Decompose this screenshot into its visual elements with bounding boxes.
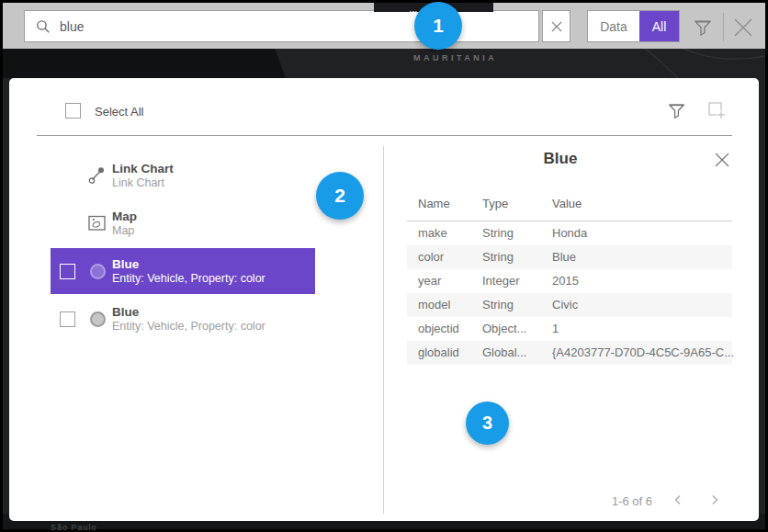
result-item-blue-selected[interactable]: Blue Entity: Vehicle, Property: color [51, 248, 315, 294]
result-subtitle: Link Chart [112, 176, 174, 190]
table-row: make String Honda [407, 221, 732, 245]
table-row: color String Blue [407, 245, 732, 269]
table-row: year Integer 2015 [407, 269, 732, 293]
result-item-link-chart[interactable]: Link Chart Link Chart [51, 154, 315, 197]
result-title: Blue [112, 257, 265, 271]
cell-type: Object... [482, 317, 526, 341]
cell-name: year [418, 269, 441, 293]
clear-x-icon [551, 21, 562, 32]
add-to-selection-button[interactable] [706, 99, 728, 121]
pagination-label: 1-6 of 6 [524, 494, 652, 508]
cell-name: color [418, 245, 444, 269]
cell-name: model [418, 293, 450, 317]
clear-search-button[interactable] [542, 10, 570, 42]
add-selection-icon [706, 99, 728, 121]
cell-value: 2015 [552, 269, 579, 293]
scope-all-button[interactable]: All [639, 11, 679, 41]
select-all-checkbox[interactable] [65, 103, 81, 119]
cell-name: objectid [418, 317, 459, 341]
results-panel: Select All [9, 78, 759, 521]
pagination-next-button[interactable] [706, 492, 724, 510]
callout-3: 3 [466, 402, 509, 445]
attribute-table: make String Honda color String Blue year… [407, 221, 732, 365]
entity-dot-icon [90, 311, 106, 327]
screenshot-root: MAURITANIA São Paulo Data All [0, 0, 768, 532]
filter-funnel-icon [693, 17, 713, 38]
result-title: Map [112, 209, 137, 223]
result-item-map[interactable]: Map Map [51, 202, 315, 244]
cell-type: String [482, 245, 514, 269]
attribute-table-header: Name Type Value [407, 197, 732, 221]
entity-dot-icon [90, 264, 106, 279]
detail-close-button[interactable] [713, 152, 731, 170]
list-detail-divider [383, 146, 384, 514]
result-item-blue[interactable]: Blue Entity: Vehicle, Property: color [51, 298, 315, 340]
cell-type: String [482, 221, 514, 245]
table-row: objectid Object... 1 [407, 317, 732, 341]
cell-type: Global... [482, 341, 526, 365]
cell-name: make [418, 221, 447, 245]
search-icon [36, 19, 51, 34]
result-title: Blue [112, 305, 265, 319]
callout-2: 2 [316, 172, 364, 220]
map-label-mauritania: MAURITANIA [413, 53, 497, 62]
select-all-label: Select All [95, 105, 143, 119]
detail-title: Blue [395, 150, 726, 168]
link-chart-icon [87, 165, 107, 186]
cell-name: globalid [418, 341, 459, 365]
map-icon [88, 215, 107, 232]
cell-value: 1 [552, 317, 559, 341]
scope-data-button[interactable]: Data [588, 11, 639, 41]
cell-type: Integer [482, 269, 519, 293]
close-icon [732, 17, 754, 39]
scope-toggle: Data All [587, 10, 680, 42]
column-header-name: Name [418, 197, 450, 210]
result-subtitle: Map [112, 224, 137, 238]
map-label-sao-paulo: São Paulo [51, 523, 97, 532]
chevron-left-icon [672, 493, 684, 506]
close-search-button[interactable] [732, 17, 754, 39]
results-filter-funnel-icon [667, 101, 686, 120]
pagination-prev-button[interactable] [669, 492, 687, 510]
chevron-right-icon [708, 493, 721, 506]
cell-value: Honda [552, 221, 587, 245]
table-row: globalid Global... {A4203777-D70D-4C5C-9… [407, 341, 732, 365]
cell-value: Blue [552, 245, 576, 269]
detail-close-icon [714, 152, 730, 168]
cell-value: Civic [552, 293, 578, 317]
result-title: Link Chart [112, 162, 174, 175]
result-subtitle: Entity: Vehicle, Property: color [112, 320, 265, 334]
filter-button[interactable] [693, 17, 713, 38]
results-filter-button[interactable] [667, 101, 686, 120]
result-subtitle: Entity: Vehicle, Property: color [112, 272, 265, 286]
table-row: model String Civic [407, 293, 732, 317]
callout-1: 1 [414, 2, 462, 50]
result-checkbox[interactable] [60, 264, 75, 279]
cell-value: {A4203777-D70D-4C5C-9A65-C... [552, 341, 734, 365]
column-header-value: Value [552, 197, 582, 210]
header-divider [37, 135, 732, 136]
column-header-type: Type [482, 197, 508, 210]
toolbar-divider [723, 13, 724, 41]
cell-type: String [482, 293, 514, 317]
result-checkbox[interactable] [60, 311, 75, 327]
